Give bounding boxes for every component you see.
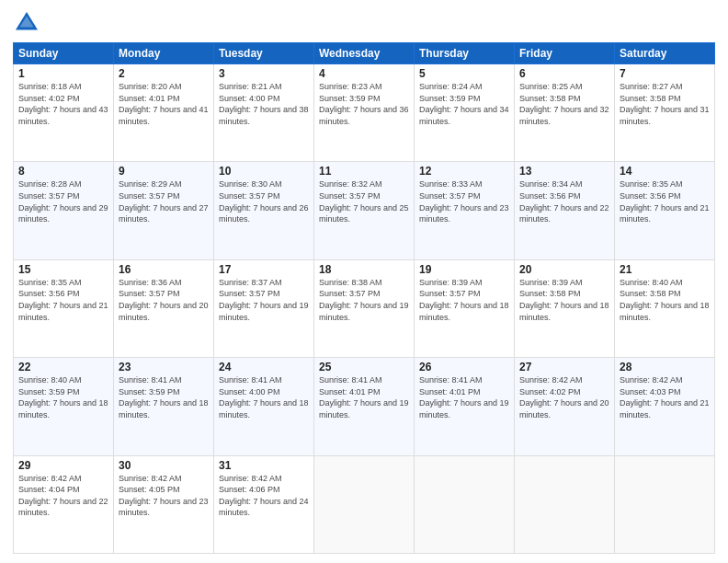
- calendar-cell: 27 Sunrise: 8:42 AMSunset: 4:02 PMDaylig…: [515, 358, 615, 455]
- day-detail: Sunrise: 8:41 AMSunset: 4:01 PMDaylight:…: [319, 375, 409, 419]
- day-number: 7: [620, 67, 710, 80]
- calendar-week-row: 1 Sunrise: 8:18 AMSunset: 4:02 PMDayligh…: [14, 64, 715, 162]
- day-detail: Sunrise: 8:41 AMSunset: 4:00 PMDaylight:…: [219, 375, 309, 419]
- day-number: 19: [419, 263, 509, 276]
- day-number: 25: [319, 361, 409, 373]
- calendar-cell: 26 Sunrise: 8:41 AMSunset: 4:01 PMDaylig…: [415, 358, 515, 455]
- day-number: 17: [219, 263, 309, 276]
- calendar-cell: 20 Sunrise: 8:39 AMSunset: 3:58 PMDaylig…: [515, 259, 615, 357]
- calendar-cell: [415, 455, 515, 553]
- calendar-cell: 14 Sunrise: 8:35 AMSunset: 3:56 PMDaylig…: [615, 162, 715, 259]
- day-detail: Sunrise: 8:34 AMSunset: 3:56 PMDaylight:…: [519, 179, 609, 224]
- day-detail: Sunrise: 8:33 AMSunset: 3:57 PMDaylight:…: [419, 179, 509, 224]
- day-number: 27: [519, 361, 609, 373]
- day-number: 8: [18, 165, 108, 178]
- calendar-cell: 22 Sunrise: 8:40 AMSunset: 3:59 PMDaylig…: [14, 358, 114, 455]
- day-number: 21: [620, 263, 710, 276]
- day-number: 3: [219, 67, 309, 80]
- calendar-cell: 7 Sunrise: 8:27 AMSunset: 3:58 PMDayligh…: [615, 64, 715, 162]
- day-detail: Sunrise: 8:37 AMSunset: 3:57 PMDaylight:…: [219, 278, 309, 322]
- day-detail: Sunrise: 8:25 AMSunset: 3:58 PMDaylight:…: [519, 82, 609, 126]
- calendar-cell: 9 Sunrise: 8:29 AMSunset: 3:57 PMDayligh…: [114, 162, 214, 259]
- page: SundayMondayTuesdayWednesdayThursdayFrid…: [0, 0, 728, 563]
- calendar-cell: 12 Sunrise: 8:33 AMSunset: 3:57 PMDaylig…: [415, 162, 515, 259]
- calendar: SundayMondayTuesdayWednesdayThursdayFrid…: [13, 42, 715, 554]
- calendar-cell: [515, 455, 615, 553]
- calendar-cell: 11 Sunrise: 8:32 AMSunset: 3:57 PMDaylig…: [314, 162, 415, 259]
- calendar-day-header: Monday: [114, 43, 214, 64]
- day-detail: Sunrise: 8:42 AMSunset: 4:04 PMDaylight:…: [18, 474, 108, 518]
- day-number: 23: [119, 361, 209, 373]
- calendar-day-header: Wednesday: [314, 43, 415, 64]
- day-detail: Sunrise: 8:40 AMSunset: 3:59 PMDaylight:…: [18, 375, 108, 419]
- day-number: 2: [119, 67, 209, 80]
- calendar-cell: 3 Sunrise: 8:21 AMSunset: 4:00 PMDayligh…: [214, 64, 314, 162]
- calendar-day-header: Sunday: [14, 43, 114, 64]
- calendar-day-header: Saturday: [615, 43, 715, 64]
- calendar-cell: 4 Sunrise: 8:23 AMSunset: 3:59 PMDayligh…: [314, 64, 415, 162]
- day-number: 22: [18, 361, 108, 373]
- calendar-cell: 25 Sunrise: 8:41 AMSunset: 4:01 PMDaylig…: [314, 358, 415, 455]
- day-number: 16: [119, 263, 209, 276]
- calendar-cell: 21 Sunrise: 8:40 AMSunset: 3:58 PMDaylig…: [615, 259, 715, 357]
- day-detail: Sunrise: 8:32 AMSunset: 3:57 PMDaylight:…: [319, 179, 409, 224]
- calendar-day-header: Thursday: [415, 43, 515, 64]
- day-detail: Sunrise: 8:42 AMSunset: 4:03 PMDaylight:…: [620, 375, 710, 419]
- calendar-week-row: 29 Sunrise: 8:42 AMSunset: 4:04 PMDaylig…: [14, 455, 715, 553]
- day-detail: Sunrise: 8:40 AMSunset: 3:58 PMDaylight:…: [620, 278, 710, 322]
- day-detail: Sunrise: 8:21 AMSunset: 4:00 PMDaylight:…: [219, 82, 309, 126]
- day-detail: Sunrise: 8:30 AMSunset: 3:57 PMDaylight:…: [219, 179, 309, 224]
- day-number: 14: [620, 165, 710, 178]
- day-detail: Sunrise: 8:41 AMSunset: 4:01 PMDaylight:…: [419, 375, 509, 419]
- logo-icon: [13, 9, 40, 37]
- day-number: 24: [219, 361, 309, 373]
- calendar-cell: 2 Sunrise: 8:20 AMSunset: 4:01 PMDayligh…: [114, 64, 214, 162]
- day-detail: Sunrise: 8:27 AMSunset: 3:58 PMDaylight:…: [620, 82, 710, 126]
- day-number: 5: [419, 67, 509, 80]
- calendar-cell: 18 Sunrise: 8:38 AMSunset: 3:57 PMDaylig…: [314, 259, 415, 357]
- day-detail: Sunrise: 8:38 AMSunset: 3:57 PMDaylight:…: [319, 278, 409, 322]
- calendar-header-row: SundayMondayTuesdayWednesdayThursdayFrid…: [14, 43, 715, 64]
- day-number: 12: [419, 165, 509, 178]
- day-number: 1: [18, 67, 108, 80]
- calendar-cell: 10 Sunrise: 8:30 AMSunset: 3:57 PMDaylig…: [214, 162, 314, 259]
- calendar-cell: 1 Sunrise: 8:18 AMSunset: 4:02 PMDayligh…: [14, 64, 114, 162]
- calendar-cell: 23 Sunrise: 8:41 AMSunset: 3:59 PMDaylig…: [114, 358, 214, 455]
- day-detail: Sunrise: 8:35 AMSunset: 3:56 PMDaylight:…: [620, 179, 710, 224]
- calendar-cell: 29 Sunrise: 8:42 AMSunset: 4:04 PMDaylig…: [14, 455, 114, 553]
- day-detail: Sunrise: 8:41 AMSunset: 3:59 PMDaylight:…: [119, 375, 209, 419]
- calendar-week-row: 22 Sunrise: 8:40 AMSunset: 3:59 PMDaylig…: [14, 358, 715, 455]
- calendar-cell: 8 Sunrise: 8:28 AMSunset: 3:57 PMDayligh…: [14, 162, 114, 259]
- day-number: 28: [620, 361, 710, 373]
- calendar-cell: 16 Sunrise: 8:36 AMSunset: 3:57 PMDaylig…: [114, 259, 214, 357]
- day-detail: Sunrise: 8:39 AMSunset: 3:57 PMDaylight:…: [419, 278, 509, 322]
- day-detail: Sunrise: 8:42 AMSunset: 4:05 PMDaylight:…: [119, 474, 209, 518]
- calendar-cell: 31 Sunrise: 8:42 AMSunset: 4:06 PMDaylig…: [214, 455, 314, 553]
- day-detail: Sunrise: 8:29 AMSunset: 3:57 PMDaylight:…: [119, 179, 209, 224]
- day-number: 31: [219, 459, 309, 472]
- day-detail: Sunrise: 8:36 AMSunset: 3:57 PMDaylight:…: [119, 278, 209, 322]
- header: [13, 9, 715, 37]
- day-detail: Sunrise: 8:35 AMSunset: 3:56 PMDaylight:…: [18, 278, 108, 322]
- calendar-cell: 19 Sunrise: 8:39 AMSunset: 3:57 PMDaylig…: [415, 259, 515, 357]
- day-number: 10: [219, 165, 309, 178]
- calendar-cell: [314, 455, 415, 553]
- calendar-week-row: 8 Sunrise: 8:28 AMSunset: 3:57 PMDayligh…: [14, 162, 715, 259]
- day-number: 13: [519, 165, 609, 178]
- day-number: 26: [419, 361, 509, 373]
- calendar-cell: 30 Sunrise: 8:42 AMSunset: 4:05 PMDaylig…: [114, 455, 214, 553]
- day-number: 9: [119, 165, 209, 178]
- calendar-cell: 5 Sunrise: 8:24 AMSunset: 3:59 PMDayligh…: [415, 64, 515, 162]
- calendar-day-header: Friday: [515, 43, 615, 64]
- calendar-cell: 15 Sunrise: 8:35 AMSunset: 3:56 PMDaylig…: [14, 259, 114, 357]
- day-number: 29: [18, 459, 108, 472]
- day-number: 11: [319, 165, 409, 178]
- day-number: 18: [319, 263, 409, 276]
- calendar-week-row: 15 Sunrise: 8:35 AMSunset: 3:56 PMDaylig…: [14, 259, 715, 357]
- day-number: 6: [519, 67, 609, 80]
- day-detail: Sunrise: 8:42 AMSunset: 4:06 PMDaylight:…: [219, 474, 309, 518]
- logo: [13, 9, 44, 37]
- day-number: 30: [119, 459, 209, 472]
- calendar-cell: 6 Sunrise: 8:25 AMSunset: 3:58 PMDayligh…: [515, 64, 615, 162]
- day-number: 20: [519, 263, 609, 276]
